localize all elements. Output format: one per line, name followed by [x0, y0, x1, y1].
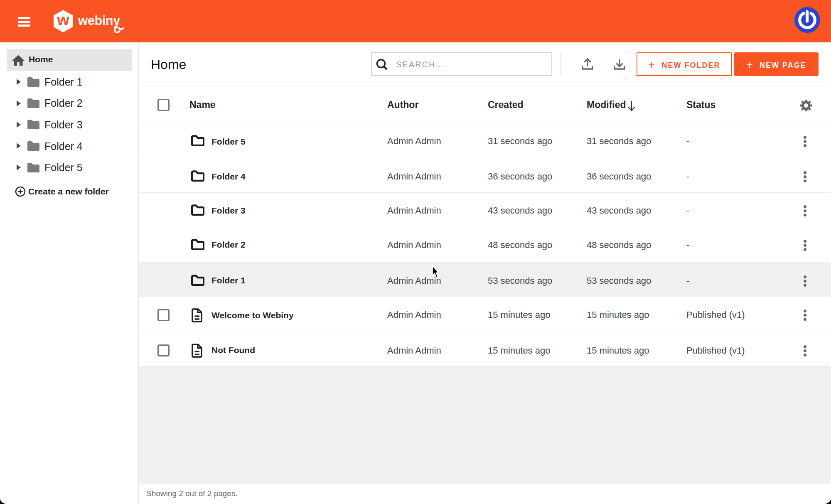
svg-text:webiny: webiny — [78, 13, 120, 28]
svg-text:w: w — [57, 11, 69, 29]
